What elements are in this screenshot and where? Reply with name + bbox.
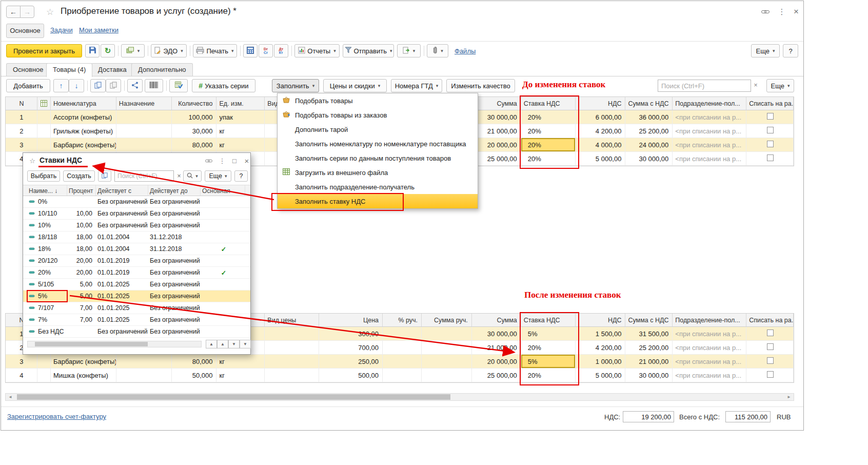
writeoff-checkbox[interactable] — [767, 371, 774, 378]
column-header-sum[interactable]: Сумма — [472, 314, 521, 326]
column-header-pct[interactable]: % руч. — [383, 314, 422, 326]
select-button[interactable]: Выбрать — [27, 170, 60, 182]
scroll-left-icon[interactable]: ◄ — [7, 394, 14, 400]
paste-row-button[interactable] — [106, 79, 121, 92]
barcode-button[interactable] — [145, 79, 163, 92]
close-icon[interactable]: × — [242, 157, 252, 166]
column-header-total[interactable]: Сумма с НДС — [625, 314, 673, 326]
tab-main[interactable]: Основное — [6, 63, 50, 76]
calculator-button[interactable] — [243, 44, 258, 57]
writeoff-checkbox[interactable] — [767, 330, 774, 336]
writeoff-checkbox[interactable] — [767, 113, 774, 120]
window-menu-icon[interactable]: ⋮ — [776, 7, 788, 17]
go-last-button[interactable]: ▼ — [240, 340, 251, 348]
tab-additional[interactable]: Дополнительно — [131, 63, 193, 76]
gtd-numbers-button[interactable]: Номера ГТД ▾ — [391, 79, 442, 92]
nav-link-tasks[interactable]: Задачи — [50, 26, 73, 34]
grand-total-field[interactable]: 115 200,00 — [725, 411, 771, 422]
popup-column-header-to[interactable]: Действует до — [148, 185, 201, 196]
attachments-button[interactable]: ▾ — [427, 44, 448, 57]
vat-rate-row-20/120[interactable]: 20/12020,0001.01.2019Без ограничений — [23, 255, 250, 267]
favorite-star-icon[interactable]: ☆ — [27, 157, 37, 166]
fill-dropdown-button[interactable]: Заполнить ▾ — [272, 79, 319, 92]
fill-menu-item-6[interactable]: Загрузить из внешнего файла — [278, 165, 478, 180]
add-row-button[interactable]: Добавить — [6, 79, 50, 92]
horizontal-scrollbar[interactable]: ◄ ► — [5, 393, 794, 401]
send-button[interactable]: Отправить ▾ — [343, 44, 394, 57]
column-header-name[interactable]: Номенклатура — [51, 97, 116, 110]
goods-row-4[interactable]: 4Мишка (конфеты)50,000кг500,0025 000,002… — [6, 369, 794, 382]
change-quality-button[interactable]: Изменить качество — [446, 79, 515, 92]
scroll-right-icon[interactable]: ► — [785, 394, 793, 400]
help-button[interactable]: ? — [783, 44, 798, 57]
writeoff-checkbox[interactable] — [767, 127, 774, 133]
column-header-dept[interactable]: Подразделение-пол... — [673, 314, 746, 326]
column-header-icon[interactable] — [37, 97, 51, 110]
export-document-button[interactable]: ▾ — [397, 44, 421, 57]
vat-rate-row-10/110[interactable]: 10/11010,00Без ограниченийБез ограничени… — [23, 208, 250, 220]
column-header-vat_rate[interactable]: Ставка НДС — [521, 314, 576, 326]
column-header-qty[interactable]: Количество — [172, 97, 217, 110]
column-header-n[interactable]: N — [6, 97, 37, 110]
search-clear-icon[interactable]: × — [752, 81, 760, 90]
get-link-icon[interactable] — [204, 157, 214, 166]
search-input[interactable] — [658, 80, 751, 92]
vat-rate-row-7%[interactable]: 7%7,0001.01.2025Без ограничений — [23, 314, 250, 326]
fill-menu-item-1[interactable]: Подобрать товары — [278, 93, 478, 108]
vat-total-field[interactable]: 19 200,00 — [623, 411, 674, 422]
scrollbar-thumb[interactable] — [35, 342, 148, 346]
close-icon[interactable]: × — [790, 7, 802, 17]
tab-delivery[interactable]: Доставка — [91, 63, 133, 76]
popup-column-header-main[interactable]: Основная — [201, 185, 245, 196]
tab-goods[interactable]: Товары (4) — [46, 63, 92, 77]
column-header-total[interactable]: Сумма с НДС — [625, 97, 673, 110]
column-header-sum_manual[interactable]: Сумма руч. — [422, 314, 472, 326]
favorite-star-icon[interactable]: ☆ — [46, 7, 54, 17]
table-more-button[interactable]: Еще ▾ — [766, 79, 794, 92]
column-header-sum[interactable]: Сумма — [472, 97, 521, 110]
writeoff-checkbox[interactable] — [767, 141, 774, 147]
copy-button[interactable] — [98, 170, 111, 182]
vat-rate-row-10%[interactable]: 10%10,00Без ограниченийБез ограничений — [23, 220, 250, 231]
column-header-vat[interactable]: НДС — [576, 314, 626, 326]
show-postings-dtkt-button[interactable]: ДтКт — [274, 44, 288, 57]
get-link-icon[interactable] — [759, 7, 772, 17]
vat-rate-row-5/105[interactable]: 5/1055,0001.01.2025Без ограничений — [23, 279, 250, 290]
column-header-vat[interactable]: НДС — [576, 97, 626, 110]
post-and-close-button[interactable]: Провести и закрыть — [6, 44, 82, 57]
vat-rate-row-20%[interactable]: 20%20,0001.01.2019Без ограничений✓ — [23, 267, 250, 279]
files-link[interactable]: Файлы — [455, 47, 476, 55]
show-postings-drcr-button[interactable]: DrCr — [259, 44, 273, 57]
search-options-button[interactable]: ▾ — [183, 170, 202, 182]
specify-series-button[interactable]: # Указать серии — [192, 79, 255, 92]
popup-more-button[interactable]: Еще ▾ — [205, 170, 231, 182]
goods-row-3[interactable]: 3Барбарис (конфеты)80,000кг250,0020 000,… — [6, 355, 794, 369]
create-based-on-button[interactable]: ▾ — [121, 44, 145, 57]
vat-rate-row-18%[interactable]: 18%18,0001.01.200431.12.2018✓ — [23, 243, 250, 255]
move-down-button[interactable]: ↓ — [69, 79, 84, 92]
fill-menu-item-8[interactable]: Заполнить ставку НДС — [278, 194, 478, 208]
popup-column-header-name[interactable]: Наиме... ↓ — [27, 185, 67, 196]
prices-discounts-button[interactable]: Цены и скидки ▾ — [323, 79, 387, 92]
history-back-button[interactable]: ← — [6, 6, 21, 18]
fill-menu-item-3[interactable]: Дополнить тарой — [278, 122, 478, 137]
post-document-button[interactable]: ↻ — [101, 44, 115, 57]
nav-link-notes[interactable]: Мои заметки — [79, 26, 119, 34]
popup-horizontal-scrollbar[interactable] — [27, 341, 202, 347]
fill-menu-item-5[interactable]: Заполнить серии по данным поступления то… — [278, 151, 478, 165]
column-header-dept[interactable]: Подразделение-пол... — [673, 97, 746, 110]
scrollbar-thumb[interactable] — [17, 394, 450, 400]
vat-rate-row-Без НДС[interactable]: Без НДСБез ограниченийБез ограничений — [23, 326, 250, 338]
print-button[interactable]: Печать ▾ — [193, 44, 237, 57]
save-button[interactable] — [85, 44, 100, 57]
nav-tab-main[interactable]: Основное — [6, 24, 44, 38]
reports-button[interactable]: Отчеты ▾ — [294, 44, 340, 57]
structure-button[interactable] — [127, 79, 143, 92]
register-invoice-link[interactable]: Зарегистрировать счет-фактуру — [7, 413, 106, 420]
writeoff-checkbox[interactable] — [767, 357, 774, 364]
popup-help-button[interactable]: ? — [234, 170, 248, 182]
window-menu-icon[interactable]: ⋮ — [217, 157, 227, 166]
column-header-writeoff[interactable]: Списать на ра... — [746, 97, 794, 110]
go-down-button[interactable]: ▼ — [228, 340, 240, 348]
column-header-unit[interactable]: Ед. изм. — [216, 97, 265, 110]
